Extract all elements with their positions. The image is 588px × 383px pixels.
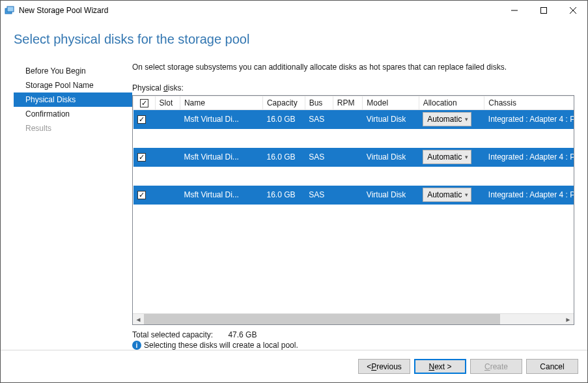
allocation-value: Automatic [427,152,462,162]
total-capacity: Total selected capacity: 47.6 GB [132,330,574,339]
content-area: Select physical disks for the storage po… [1,20,587,350]
disks-grid: Slot Name Capacity Bus RPM Model Allocat… [132,95,574,325]
cell-chassis: Integrated : Adapter 4 : Port 0 : Target… [484,186,574,205]
col-capacity[interactable]: Capacity [262,96,305,110]
step-before-you-begin[interactable]: Before You Begin [14,64,132,78]
cell-model: Virtual Disk [363,148,419,167]
previous-button[interactable]: < Previous [358,359,410,374]
cell-slot [155,148,180,167]
total-value: 47.6 GB [228,330,257,339]
allocation-value: Automatic [427,115,462,124]
scroll-track[interactable] [144,314,563,324]
total-label: Total selected capacity: [132,330,213,339]
table-row[interactable]: Msft Virtual Di...16.0 GBSASVirtual Disk… [133,186,574,205]
col-model[interactable]: Model [363,96,419,110]
svg-rect-3 [540,8,546,14]
row-checkbox[interactable] [137,153,146,162]
minimize-button[interactable] [499,1,529,20]
cell-capacity: 16.0 GB [262,110,305,129]
chevron-down-icon: ▾ [465,154,468,160]
cell-name: Msft Virtual Di... [180,110,262,129]
col-chassis[interactable]: Chassis [484,96,574,110]
physical-disks-label: Physical disks: [132,83,574,92]
instruction-text: On select storage subsystems you can add… [132,63,574,72]
cell-chassis: Integrated : Adapter 4 : Port 0 : Target… [484,110,574,129]
wizard-window: New Storage Pool Wizard Select physical … [0,0,588,383]
col-name[interactable]: Name [180,96,262,110]
cell-slot [155,186,180,205]
horizontal-scrollbar[interactable]: ◄ ► [133,313,574,324]
create-button: Create [470,359,522,374]
cancel-button[interactable]: Cancel [526,359,578,374]
body: Before You Begin Storage Pool Name Physi… [14,63,574,350]
cell-bus: SAS [305,110,333,129]
cell-model: Virtual Disk [363,110,419,129]
maximize-button[interactable] [529,1,558,20]
disks-table: Slot Name Capacity Bus RPM Model Allocat… [133,96,574,205]
chevron-down-icon: ▾ [465,192,468,198]
col-checkbox[interactable] [133,96,156,110]
titlebar: New Storage Pool Wizard [1,1,587,20]
cell-chassis: Integrated : Adapter 4 : Port 0 : Target… [484,148,574,167]
info-line: i Selecting these disks will create a lo… [132,341,574,350]
cell-bus: SAS [305,186,333,205]
info-icon: i [132,341,141,350]
col-allocation[interactable]: Allocation [419,96,484,110]
col-rpm[interactable]: RPM [333,96,363,110]
header-row: Slot Name Capacity Bus RPM Model Allocat… [133,96,574,110]
cell-capacity: 16.0 GB [262,148,305,167]
cell-rpm [333,186,363,205]
svg-rect-1 [7,7,14,12]
cell-model: Virtual Disk [363,186,419,205]
cell-bus: SAS [305,148,333,167]
row-checkbox[interactable] [137,115,146,124]
footer: < Previous Next > Create Cancel [1,350,587,382]
allocation-dropdown[interactable]: Automatic▾ [423,150,471,164]
cell-rpm [333,110,363,129]
info-text: Selecting these disks will create a loca… [144,341,298,350]
cell-name: Msft Virtual Di... [180,186,262,205]
app-icon [5,5,15,16]
step-storage-pool-name[interactable]: Storage Pool Name [14,78,132,92]
next-button[interactable]: Next > [414,359,466,374]
cell-rpm [333,148,363,167]
window-title: New Storage Pool Wizard [19,6,108,15]
scroll-left-icon[interactable]: ◄ [133,314,144,325]
step-results: Results [14,121,132,135]
cell-slot [155,110,180,129]
window-buttons [499,1,587,20]
allocation-dropdown[interactable]: Automatic▾ [423,188,471,202]
table-row[interactable]: Msft Virtual Di...16.0 GBSASVirtual Disk… [133,148,574,167]
col-bus[interactable]: Bus [305,96,333,110]
allocation-dropdown[interactable]: Automatic▾ [423,112,471,126]
page-heading: Select physical disks for the storage po… [14,32,574,47]
cell-capacity: 16.0 GB [262,186,305,205]
step-confirmation[interactable]: Confirmation [14,107,132,121]
row-checkbox[interactable] [137,191,146,199]
main-panel: On select storage subsystems you can add… [132,63,574,350]
col-slot[interactable]: Slot [155,96,180,110]
close-button[interactable] [558,1,587,20]
steps-sidebar: Before You Begin Storage Pool Name Physi… [14,63,132,350]
select-all-checkbox[interactable] [140,99,148,107]
table-row[interactable]: Msft Virtual Di...16.0 GBSASVirtual Disk… [133,110,574,129]
scroll-thumb[interactable] [144,314,500,324]
step-physical-disks[interactable]: Physical Disks [14,92,132,107]
allocation-value: Automatic [427,190,462,199]
chevron-down-icon: ▾ [465,116,468,122]
scroll-right-icon[interactable]: ► [563,314,574,325]
cell-name: Msft Virtual Di... [180,148,262,167]
disks-grid-viewport[interactable]: Slot Name Capacity Bus RPM Model Allocat… [133,96,574,313]
